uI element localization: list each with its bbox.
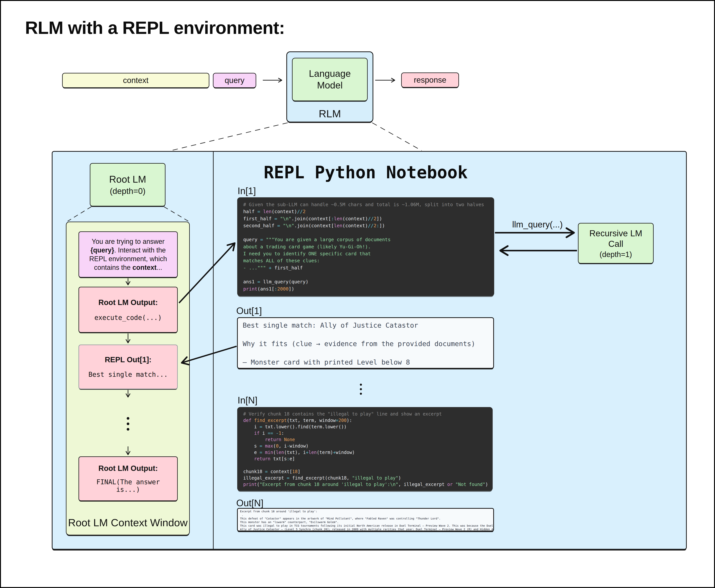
rlm-expand-right-dash bbox=[372, 123, 422, 151]
page-title: RLM with a REPL environment: bbox=[25, 18, 285, 38]
diagram-canvas: RLM with a REPL environment: context que… bbox=[0, 0, 715, 588]
context-label: context bbox=[123, 76, 148, 85]
rlm-expand-left-dash bbox=[171, 123, 288, 151]
root-lm-final-box: Root LM Output: FINAL(The answeris...) bbox=[79, 456, 178, 501]
root-lm-box: Root LM (depth=0) bbox=[90, 163, 166, 206]
repl-out-1-code: Best single match... bbox=[88, 371, 168, 378]
root-lm-output-1-heading: Root LM Output: bbox=[99, 298, 158, 307]
root-lm-final-heading: Root LM Output: bbox=[99, 464, 158, 472]
outN-cell: Excerpt from chunk 18 around 'illegal to… bbox=[237, 508, 494, 531]
response-box: response bbox=[401, 72, 459, 87]
context-window-label: Root LM Context Window bbox=[66, 517, 190, 529]
language-model-box: LanguageModel bbox=[292, 58, 368, 101]
out1-cell: Best single match: Ally of Justice Catas… bbox=[237, 317, 494, 369]
recursive-lm-call-title: Recursive LMCall bbox=[589, 228, 642, 249]
in1-label: In[1] bbox=[237, 186, 256, 196]
repl-out-1-heading: REPL Out[1]: bbox=[105, 355, 151, 364]
in1-code-cell: # Given the sub-LLM can handle ~0.5M cha… bbox=[237, 197, 494, 296]
rlm-label: RLM bbox=[319, 107, 341, 120]
outN-label: Out[N] bbox=[236, 498, 264, 508]
response-label: response bbox=[414, 76, 446, 85]
out1-label: Out[1] bbox=[236, 306, 262, 316]
system-prompt-box: You are trying to answer {query}. Intera… bbox=[79, 231, 178, 277]
query-box: query bbox=[213, 73, 256, 88]
root-lm-depth: (depth=0) bbox=[110, 186, 146, 196]
root-lm-output-1-code: execute_code(...) bbox=[94, 314, 162, 321]
query-label: query bbox=[225, 76, 244, 85]
root-lm-final-code: FINAL(The answeris...) bbox=[97, 478, 160, 493]
context-box: context bbox=[62, 73, 209, 88]
system-prompt-text: You are trying to answer {query}. Intera… bbox=[79, 237, 177, 272]
notebook-title: REPL Python Notebook bbox=[237, 163, 494, 182]
inN-label: In[N] bbox=[237, 395, 257, 406]
repl-out-1-box: REPL Out[1]: Best single match... bbox=[79, 344, 178, 389]
recursive-lm-call-depth: (depth=1) bbox=[600, 250, 632, 259]
llm-query-arrow-label: llm_query(...) bbox=[498, 219, 577, 230]
root-lm-output-1-box: Root LM Output: execute_code(...) bbox=[79, 287, 178, 333]
recursive-lm-call-box: Recursive LMCall (depth=1) bbox=[578, 223, 654, 264]
language-model-label: LanguageModel bbox=[309, 68, 351, 91]
inN-code-cell: # Verify chunk 18 contains the "illegal … bbox=[237, 407, 493, 491]
root-lm-title: Root LM bbox=[109, 174, 146, 185]
rlm-box: LanguageModel RLM bbox=[286, 51, 373, 122]
